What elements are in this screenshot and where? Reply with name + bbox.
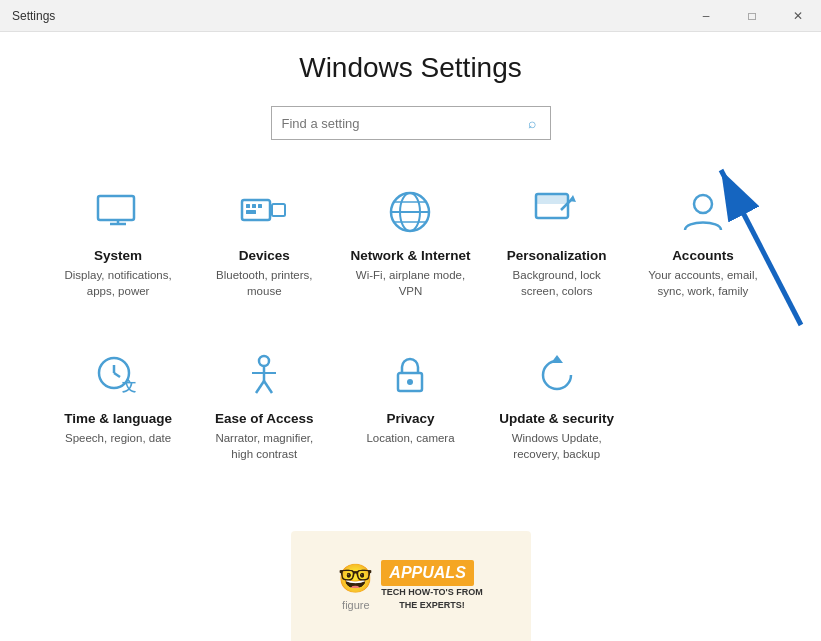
minimize-button[interactable]: – (683, 0, 729, 32)
titlebar: Settings – □ ✕ (0, 0, 821, 32)
search-icon: ⌕ (528, 115, 536, 131)
personalization-desc: Background, lock screen, colors (497, 267, 617, 299)
settings-item-time[interactable]: 文 Time & language Speech, region, date (50, 339, 186, 472)
settings-item-ease[interactable]: Ease of Access Narrator, magnifier, high… (196, 339, 332, 472)
devices-icon (238, 186, 290, 238)
privacy-title: Privacy (386, 411, 434, 426)
svg-rect-0 (98, 196, 134, 220)
ease-icon (238, 349, 290, 401)
settings-item-devices[interactable]: Devices Bluetooth, printers, mouse (196, 176, 332, 309)
accounts-title: Accounts (672, 248, 734, 263)
personalization-icon (531, 186, 583, 238)
svg-point-29 (407, 379, 413, 385)
devices-desc: Bluetooth, printers, mouse (204, 267, 324, 299)
svg-point-23 (259, 356, 269, 366)
time-title: Time & language (64, 411, 172, 426)
devices-title: Devices (239, 248, 290, 263)
svg-rect-3 (242, 200, 270, 220)
page-title: Windows Settings (40, 52, 781, 84)
personalization-title: Personalization (507, 248, 607, 263)
watermark-tagline: TECH HOW-TO'S FROM THE EXPERTS! (381, 586, 482, 611)
svg-text:文: 文 (122, 378, 136, 394)
svg-rect-15 (536, 194, 568, 204)
watermark-logo: APPUALS (381, 560, 473, 586)
update-desc: Windows Update, recovery, backup (497, 430, 617, 462)
ease-desc: Narrator, magnifier, high contrast (204, 430, 324, 462)
network-icon (384, 186, 436, 238)
update-title: Update & security (499, 411, 614, 426)
system-title: System (94, 248, 142, 263)
settings-item-privacy[interactable]: Privacy Location, camera (342, 339, 478, 472)
privacy-icon (384, 349, 436, 401)
svg-rect-7 (258, 204, 262, 208)
svg-rect-6 (252, 204, 256, 208)
svg-point-18 (694, 195, 712, 213)
settings-item-network[interactable]: Network & Internet Wi-Fi, airplane mode,… (342, 176, 478, 309)
main-content: Windows Settings ⌕ System Display, notif… (0, 32, 821, 492)
accounts-desc: Your accounts, email, sync, work, family (643, 267, 763, 299)
ease-title: Ease of Access (215, 411, 314, 426)
titlebar-controls: – □ ✕ (683, 0, 821, 32)
time-desc: Speech, region, date (65, 430, 171, 446)
settings-grid: System Display, notifications, apps, pow… (40, 176, 781, 472)
titlebar-title: Settings (12, 9, 55, 23)
svg-rect-8 (246, 210, 256, 214)
svg-line-26 (256, 381, 264, 393)
svg-rect-4 (272, 204, 285, 216)
svg-marker-17 (569, 195, 576, 202)
maximize-button[interactable]: □ (729, 0, 775, 32)
settings-item-system[interactable]: System Display, notifications, apps, pow… (50, 176, 186, 309)
privacy-desc: Location, camera (366, 430, 454, 446)
network-desc: Wi-Fi, airplane mode, VPN (350, 267, 470, 299)
system-icon (92, 186, 144, 238)
search-bar: ⌕ (271, 106, 551, 140)
search-icon-button[interactable]: ⌕ (514, 107, 550, 139)
close-button[interactable]: ✕ (775, 0, 821, 32)
network-title: Network & Internet (350, 248, 470, 263)
svg-line-27 (264, 381, 272, 393)
search-input[interactable] (272, 110, 514, 137)
accounts-icon (677, 186, 729, 238)
svg-rect-5 (246, 204, 250, 208)
svg-marker-30 (551, 355, 563, 363)
update-icon (531, 349, 583, 401)
svg-line-21 (114, 373, 120, 377)
time-icon: 文 (92, 349, 144, 401)
system-desc: Display, notifications, apps, power (58, 267, 178, 299)
settings-item-update[interactable]: Update & security Windows Update, recove… (489, 339, 625, 472)
settings-item-personalization[interactable]: Personalization Background, lock screen,… (489, 176, 625, 309)
watermark: 🤓 figure APPUALS TECH HOW-TO'S FROM THE … (291, 531, 531, 641)
settings-item-accounts[interactable]: Accounts Your accounts, email, sync, wor… (635, 176, 771, 309)
